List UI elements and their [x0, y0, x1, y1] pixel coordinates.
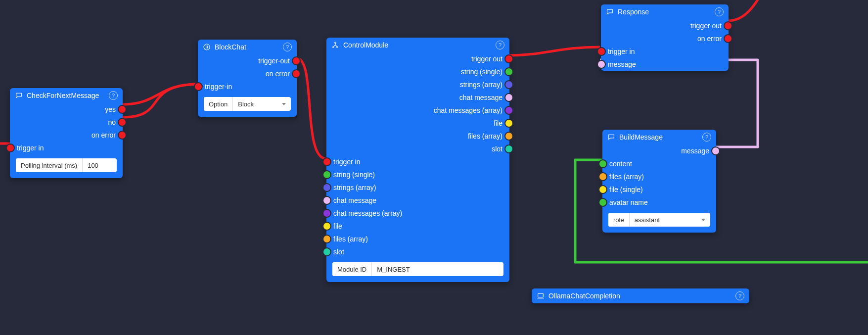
node-title: CheckForNextMessage — [27, 92, 105, 99]
port-file[interactable]: file — [326, 117, 509, 130]
port-avatar-name-in[interactable]: avatar name — [602, 196, 716, 209]
port-trigger-out[interactable]: trigger out — [326, 52, 509, 65]
chevron-down-icon — [282, 103, 286, 105]
port-no[interactable]: no — [10, 116, 123, 129]
help-icon[interactable]: ? — [109, 91, 118, 100]
node-ollama-chat-completion[interactable]: OllamaChatCompletion ? — [532, 288, 749, 303]
chat-icon — [15, 92, 23, 99]
help-icon[interactable]: ? — [702, 133, 711, 142]
svg-point-3 — [337, 47, 338, 48]
port-file-in[interactable]: file — [326, 220, 509, 233]
role-select[interactable]: role assistant — [608, 213, 710, 227]
help-icon[interactable]: ? — [283, 43, 292, 51]
svg-point-2 — [333, 47, 334, 48]
port-chat-message-in[interactable]: chat message — [326, 194, 509, 207]
node-title: BlockChat — [215, 43, 279, 51]
port-strings-array-in[interactable]: strings (array) — [326, 181, 509, 194]
laptop-icon — [537, 292, 545, 300]
node-build-message[interactable]: BuildMessage ? message content files (ar… — [602, 130, 716, 233]
port-on-error[interactable]: on error — [601, 32, 729, 45]
help-icon[interactable]: ? — [735, 291, 744, 300]
svg-rect-4 — [538, 293, 544, 297]
port-trigger-in[interactable]: trigger in — [601, 45, 729, 58]
help-icon[interactable]: ? — [715, 7, 724, 16]
polling-interval-field[interactable]: Polling interval (ms) 100 — [16, 158, 117, 172]
port-trigger-out[interactable]: trigger-out — [198, 54, 297, 67]
port-strings-array[interactable]: strings (array) — [326, 78, 509, 91]
port-slot[interactable]: slot — [326, 143, 509, 155]
port-slot-in[interactable]: slot — [326, 245, 509, 258]
module-id-field[interactable]: Module ID M_INGEST — [332, 262, 503, 276]
port-chat-messages-array-in[interactable]: chat messages (array) — [326, 207, 509, 220]
node-title: OllamaChatCompletion — [548, 292, 731, 300]
port-message-in[interactable]: message — [601, 58, 729, 71]
node-response[interactable]: Response ? trigger out on error trigger … — [601, 4, 729, 71]
port-on-error[interactable]: on error — [198, 67, 297, 80]
pause-icon — [203, 43, 211, 51]
node-canvas[interactable]: CheckForNextMessage ? yes no on error tr… — [0, 0, 868, 335]
node-block-chat[interactable]: BlockChat ? trigger-out on error trigger… — [198, 40, 297, 117]
port-files-array-in[interactable]: files (array) — [326, 233, 509, 245]
svg-point-1 — [335, 42, 336, 44]
port-on-error[interactable]: on error — [10, 129, 123, 142]
port-yes[interactable]: yes — [10, 103, 123, 116]
port-chat-message[interactable]: chat message — [326, 91, 509, 104]
svg-point-0 — [204, 44, 210, 50]
port-files-array-in[interactable]: files (array) — [602, 170, 716, 183]
chevron-down-icon — [701, 219, 705, 221]
port-files-array[interactable]: files (array) — [326, 130, 509, 143]
node-title: BuildMessage — [619, 133, 698, 141]
port-message-out[interactable]: message — [602, 144, 716, 157]
port-trigger-in[interactable]: trigger in — [10, 142, 123, 154]
port-string-single-in[interactable]: string (single) — [326, 168, 509, 181]
node-title: ControlModule — [343, 41, 492, 49]
port-trigger-out[interactable]: trigger out — [601, 19, 729, 32]
chat-icon — [606, 8, 614, 16]
port-chat-messages-array[interactable]: chat messages (array) — [326, 104, 509, 117]
chat-icon — [607, 133, 615, 141]
help-icon[interactable]: ? — [496, 41, 504, 49]
node-title: Response — [618, 8, 711, 16]
node-control-module[interactable]: ControlModule ? trigger out string (sing… — [326, 38, 509, 282]
port-file-single-in[interactable]: file (single) — [602, 183, 716, 196]
option-select[interactable]: Option Block — [204, 97, 291, 111]
port-string-single[interactable]: string (single) — [326, 65, 509, 78]
port-content-in[interactable]: content — [602, 157, 716, 170]
node-check-for-next-message[interactable]: CheckForNextMessage ? yes no on error tr… — [10, 88, 123, 178]
port-trigger-in[interactable]: trigger-in — [198, 80, 297, 93]
module-icon — [331, 41, 339, 49]
port-trigger-in[interactable]: trigger in — [326, 155, 509, 168]
